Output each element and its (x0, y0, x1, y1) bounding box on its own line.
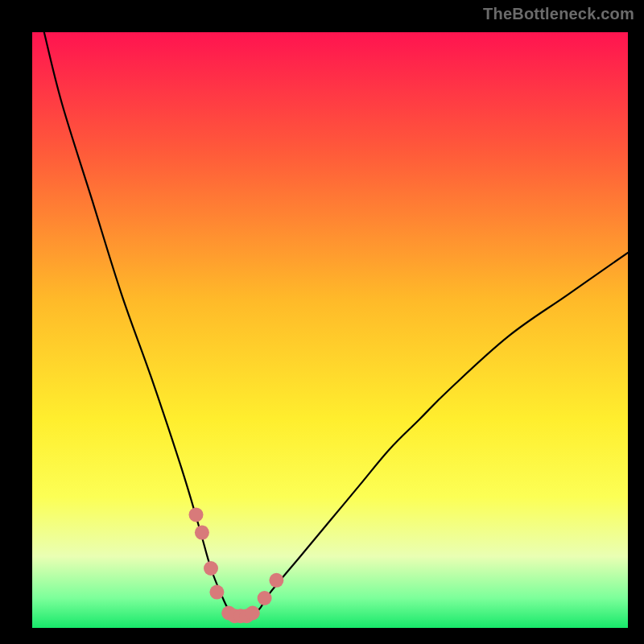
curve-marker (258, 591, 272, 605)
curve-marker (269, 573, 283, 588)
curve-marker (246, 606, 260, 621)
curve-marker (189, 507, 204, 522)
chart-frame: TheBottleneck.com (0, 0, 644, 644)
watermark-text: TheBottleneck.com (483, 5, 634, 23)
plot-area (32, 32, 628, 628)
curve-markers (189, 507, 284, 623)
curve-marker (209, 585, 224, 600)
bottleneck-curve (44, 32, 628, 617)
curve-layer (32, 32, 628, 628)
curve-marker (204, 561, 218, 576)
curve-marker (195, 526, 209, 540)
